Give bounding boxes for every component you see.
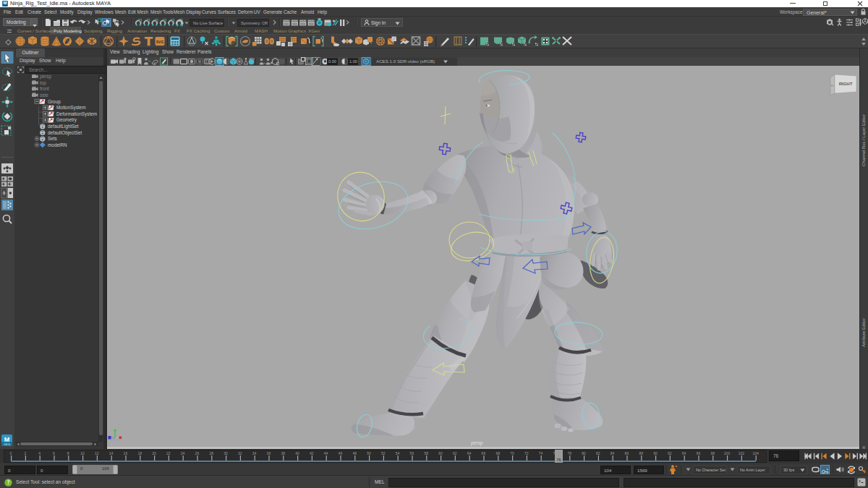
- svg-text:10: 10: [80, 451, 85, 455]
- svg-text:2: 2: [24, 451, 26, 455]
- svg-text:0: 0: [271, 39, 273, 43]
- svg-text:modelRN: modelRN: [48, 142, 67, 147]
- svg-text:44: 44: [324, 451, 328, 455]
- svg-text:26: 26: [195, 451, 200, 455]
- svg-text:20: 20: [152, 451, 156, 455]
- svg-text:defaultLightSet: defaultLightSet: [48, 124, 79, 129]
- svg-text:?: ?: [7, 479, 10, 486]
- svg-text:36: 36: [267, 451, 271, 455]
- svg-text:Sets: Sets: [48, 136, 57, 141]
- svg-text:6: 6: [53, 451, 55, 455]
- svg-text:SVG: SVG: [156, 40, 164, 44]
- svg-text:102: 102: [739, 451, 745, 455]
- svg-text:100: 100: [724, 451, 731, 455]
- svg-text:top: top: [40, 80, 46, 86]
- svg-text:persp: persp: [40, 74, 51, 80]
- svg-text:Group: Group: [48, 99, 61, 105]
- svg-text:80: 80: [582, 451, 586, 455]
- svg-text:0.00: 0.00: [328, 59, 336, 64]
- svg-text:58: 58: [424, 451, 428, 455]
- svg-text:38: 38: [281, 451, 285, 455]
- svg-text:86: 86: [625, 451, 629, 455]
- svg-text:30: 30: [224, 451, 228, 455]
- svg-text:Geometry: Geometry: [56, 117, 77, 123]
- svg-text:DeformationSystem: DeformationSystem: [56, 111, 97, 117]
- svg-text:8: 8: [67, 451, 69, 455]
- svg-text:0: 0: [10, 451, 12, 455]
- svg-text:88: 88: [639, 451, 643, 455]
- svg-text:22: 22: [166, 451, 171, 455]
- svg-text:16: 16: [124, 451, 128, 455]
- svg-text:12: 12: [95, 451, 99, 455]
- svg-text:84: 84: [610, 451, 615, 455]
- svg-text:74: 74: [539, 451, 543, 455]
- svg-text:54: 54: [396, 451, 400, 455]
- svg-text:94: 94: [682, 451, 686, 455]
- svg-text:64: 64: [467, 451, 472, 455]
- svg-text:60: 60: [438, 451, 443, 455]
- svg-text:92: 92: [668, 451, 672, 455]
- svg-text:RIGHT: RIGHT: [839, 82, 853, 86]
- svg-text:66: 66: [482, 451, 486, 455]
- svg-text:96: 96: [697, 451, 701, 455]
- svg-text:18: 18: [137, 451, 142, 455]
- svg-text:1.00: 1.00: [349, 59, 357, 64]
- svg-text:56: 56: [410, 451, 414, 455]
- svg-text:0: 0: [265, 39, 268, 43]
- svg-text:48: 48: [352, 451, 357, 455]
- svg-text:M: M: [4, 1, 7, 5]
- svg-text:front: front: [40, 86, 49, 91]
- svg-text:M: M: [4, 436, 10, 443]
- svg-text:68: 68: [495, 451, 500, 455]
- svg-text:14: 14: [109, 451, 114, 455]
- svg-text:52: 52: [381, 451, 386, 455]
- svg-text:32: 32: [238, 451, 242, 455]
- svg-text:40: 40: [295, 451, 299, 455]
- svg-text:104: 104: [752, 451, 759, 455]
- svg-text:side: side: [40, 93, 48, 98]
- svg-text:4: 4: [38, 451, 41, 455]
- svg-text:42: 42: [310, 451, 314, 455]
- svg-text:70: 70: [510, 451, 514, 455]
- svg-text:24: 24: [181, 451, 185, 455]
- svg-text:50: 50: [367, 451, 371, 455]
- svg-text:MAYA: MAYA: [4, 443, 11, 446]
- svg-text:82: 82: [596, 451, 600, 455]
- svg-text:28: 28: [209, 451, 213, 455]
- svg-text:72: 72: [524, 451, 529, 455]
- svg-text:34: 34: [252, 451, 257, 455]
- svg-text:defaultObjectSet: defaultObjectSet: [48, 130, 82, 136]
- svg-text:90: 90: [653, 451, 658, 455]
- svg-text:ACES 1.0 SDR-video (sRGB): ACES 1.0 SDR-video (sRGB): [376, 59, 435, 64]
- svg-text:46: 46: [339, 451, 343, 455]
- svg-text:62: 62: [453, 451, 457, 455]
- svg-text:Fr: Fr: [831, 84, 834, 87]
- svg-text:MotionSystem: MotionSystem: [56, 105, 86, 111]
- svg-text:76: 76: [557, 458, 561, 462]
- svg-text:98: 98: [710, 451, 715, 455]
- svg-text:78: 78: [567, 451, 571, 455]
